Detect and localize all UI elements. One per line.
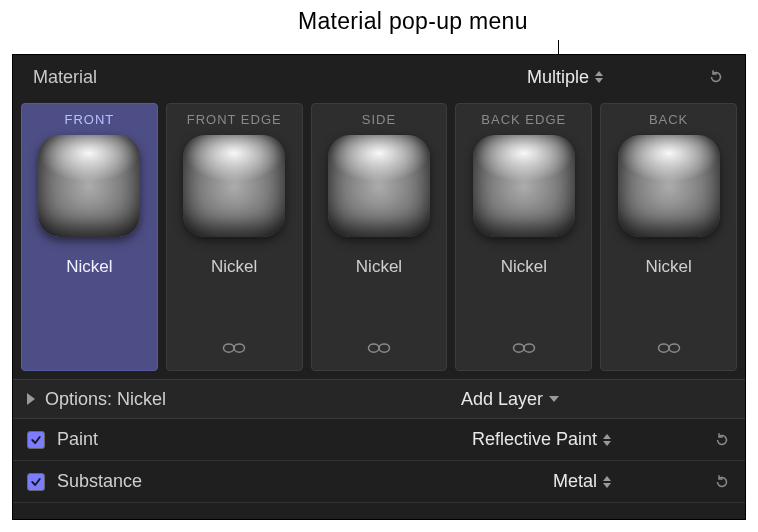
param-checkbox[interactable] [27,473,45,491]
options-label: Options: Nickel [45,389,166,410]
material-swatch[interactable] [328,135,430,237]
param-value-popup[interactable]: Reflective Paint [472,429,611,450]
link-icon [509,340,539,356]
param-label: Paint [57,429,98,450]
link-icon [219,340,249,356]
panel-title: Material [33,67,97,88]
facet-material-name: Nickel [66,257,112,277]
link-icon [364,340,394,356]
chevron-down-icon [549,396,559,402]
facet-title: SIDE [362,112,396,127]
material-panel: Material Multiple FRONT Nickel FRONT EDG… [12,54,746,520]
link-toggle[interactable] [363,338,395,358]
updown-arrows-icon [595,71,603,83]
facet-well[interactable]: BACK EDGE Nickel [455,103,592,371]
facet-title: FRONT [65,112,115,127]
reset-arrow-icon [707,68,725,86]
param-value: Metal [553,471,597,492]
reset-button[interactable] [713,473,731,491]
checkmark-icon [30,476,42,488]
param-row: Paint Reflective Paint [13,419,745,461]
material-swatch[interactable] [183,135,285,237]
material-swatch[interactable] [38,135,140,237]
facet-title: BACK EDGE [481,112,566,127]
reset-button[interactable] [707,68,725,86]
material-popup-menu[interactable]: Multiple [523,65,607,90]
facet-material-name: Nickel [501,257,547,277]
svg-point-4 [513,344,524,352]
options-row: Options: Nickel Add Layer [13,379,745,419]
param-row: Substance Metal [13,461,745,503]
param-value-popup[interactable]: Metal [553,471,611,492]
svg-point-7 [669,344,680,352]
link-icon [654,340,684,356]
callout-label: Material pop-up menu [298,8,528,35]
svg-point-6 [658,344,669,352]
param-label: Substance [57,471,142,492]
disclosure-triangle-icon[interactable] [27,393,35,405]
facet-well[interactable]: SIDE Nickel [311,103,448,371]
link-toggle[interactable] [653,338,685,358]
updown-arrows-icon [603,434,611,446]
material-popup-value: Multiple [527,67,589,88]
checkmark-icon [30,434,42,446]
link-toggle[interactable] [508,338,540,358]
svg-point-5 [524,344,535,352]
facet-title: BACK [649,112,688,127]
facet-material-name: Nickel [645,257,691,277]
svg-point-1 [234,344,245,352]
reset-arrow-icon [713,431,731,449]
svg-point-2 [368,344,379,352]
add-layer-button[interactable]: Add Layer [461,389,559,410]
reset-arrow-icon [713,473,731,491]
param-value: Reflective Paint [472,429,597,450]
material-swatch[interactable] [618,135,720,237]
reset-button[interactable] [713,431,731,449]
facet-row: FRONT Nickel FRONT EDGE Nickel SIDE Nick… [13,99,745,379]
facet-material-name: Nickel [211,257,257,277]
link-toggle[interactable] [218,338,250,358]
facet-material-name: Nickel [356,257,402,277]
add-layer-label: Add Layer [461,389,543,410]
svg-point-0 [224,344,235,352]
updown-arrows-icon [603,476,611,488]
facet-well[interactable]: FRONT EDGE Nickel [166,103,303,371]
param-checkbox[interactable] [27,431,45,449]
material-swatch[interactable] [473,135,575,237]
facet-title: FRONT EDGE [187,112,282,127]
svg-point-3 [379,344,390,352]
facet-well[interactable]: FRONT Nickel [21,103,158,371]
panel-header: Material Multiple [13,55,745,99]
facet-well[interactable]: BACK Nickel [600,103,737,371]
